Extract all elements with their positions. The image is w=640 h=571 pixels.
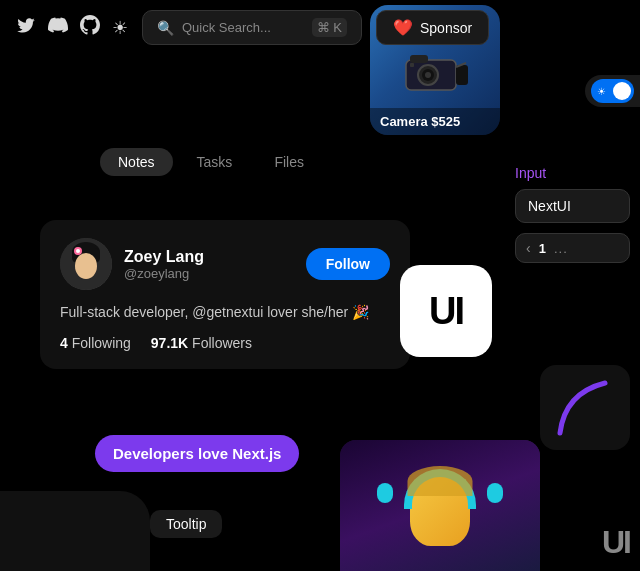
search-bar[interactable]: 🔍 Quick Search... ⌘ K xyxy=(142,10,362,45)
person-image-area xyxy=(340,440,540,571)
profile-header: Zoey Lang @zoeylang Follow xyxy=(60,238,390,290)
twitter-icon[interactable] xyxy=(16,15,36,40)
nextui-input[interactable] xyxy=(515,189,630,223)
input-panel: Input ‹ 1 ... xyxy=(515,165,630,263)
camera-price-label: Camera $525 xyxy=(370,108,500,135)
tab-tasks[interactable]: Tasks xyxy=(179,148,251,176)
tooltip-text: Tooltip xyxy=(166,516,206,532)
followers-stat: 97.1K Followers xyxy=(151,335,252,351)
chat-text: Developers love Next.js xyxy=(113,445,281,462)
profile-card: Zoey Lang @zoeylang Follow Full-stack de… xyxy=(40,220,410,369)
github-icon[interactable] xyxy=(80,15,100,40)
pagination-control[interactable]: ‹ 1 ... xyxy=(515,233,630,263)
ui-logo-text: UI xyxy=(429,290,463,333)
theme-toggle[interactable]: ☀ xyxy=(585,75,640,107)
bottom-shape xyxy=(0,491,150,571)
svg-rect-1 xyxy=(456,65,468,85)
follow-button[interactable]: Follow xyxy=(306,248,390,280)
avatar xyxy=(60,238,112,290)
top-navigation: ☀ 🔍 Quick Search... ⌘ K ❤️ Sponsor xyxy=(0,0,640,55)
nav-icons-group: ☀ xyxy=(16,15,128,40)
profile-stats: 4 Following 97.1K Followers xyxy=(60,335,390,351)
svg-point-13 xyxy=(76,249,80,253)
following-stat: 4 Following xyxy=(60,335,131,351)
tabs-bar: Notes Tasks Files xyxy=(100,148,322,176)
sponsor-button[interactable]: ❤️ Sponsor xyxy=(376,10,489,45)
tab-files[interactable]: Files xyxy=(256,148,322,176)
pagination-dots: ... xyxy=(554,241,568,256)
tooltip-bubble: Tooltip xyxy=(150,510,222,538)
profile-handle: @zoeylang xyxy=(124,266,294,281)
chat-bubble: Developers love Next.js xyxy=(95,435,299,472)
ui-icon-card[interactable]: UI xyxy=(400,265,492,357)
sponsor-label: Sponsor xyxy=(420,20,472,36)
pagination-prev[interactable]: ‹ xyxy=(526,240,531,256)
svg-point-4 xyxy=(425,72,431,78)
search-placeholder: Quick Search... xyxy=(182,20,271,35)
profile-name: Zoey Lang xyxy=(124,248,294,266)
profile-info: Zoey Lang @zoeylang xyxy=(124,248,294,281)
profile-bio: Full-stack developer, @getnextui lover s… xyxy=(60,302,390,323)
toggle-sun-icon: ☀ xyxy=(597,86,606,97)
ui-bottom-right-label: UI xyxy=(602,524,630,561)
heart-icon: ❤️ xyxy=(393,18,413,37)
curve-card xyxy=(540,365,630,450)
search-shortcut: ⌘ K xyxy=(312,18,347,37)
svg-rect-6 xyxy=(410,63,414,67)
toggle-knob xyxy=(613,82,631,100)
pagination-page: 1 xyxy=(539,241,546,256)
svg-rect-5 xyxy=(410,55,428,63)
input-label: Input xyxy=(515,165,630,181)
search-icon: 🔍 xyxy=(157,20,174,36)
tab-notes[interactable]: Notes xyxy=(100,148,173,176)
discord-icon[interactable] xyxy=(48,15,68,40)
svg-point-11 xyxy=(75,253,97,279)
sun-icon[interactable]: ☀ xyxy=(112,17,128,39)
